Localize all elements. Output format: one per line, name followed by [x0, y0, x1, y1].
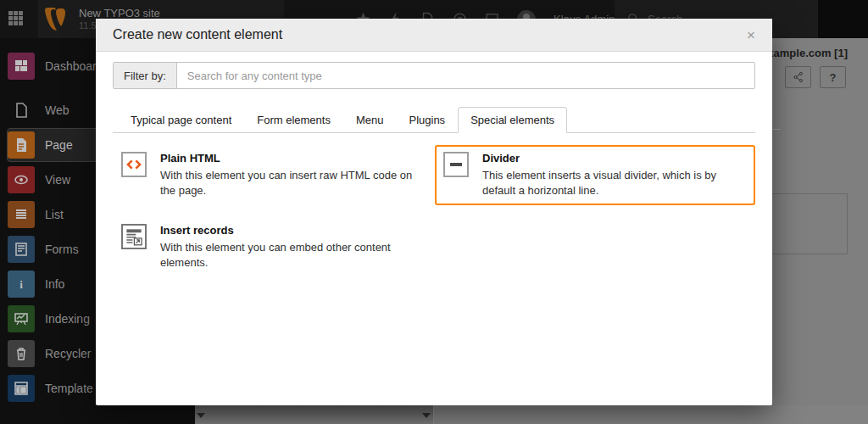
docheader-buttons: ?: [785, 66, 846, 88]
content-element-list: Plain HTML With this element you can ins…: [113, 133, 755, 277]
sidebar-item-label: Page: [45, 138, 73, 152]
web-icon: [8, 97, 35, 124]
sidebar-item-label: Info: [45, 277, 64, 291]
svg-text:i: i: [19, 278, 23, 291]
info-icon: i: [8, 271, 35, 298]
sidebar-item-label: Dashboard: [45, 59, 103, 73]
filter-by-label: Filter by:: [114, 63, 177, 88]
sidebar-item-label: Template: [45, 382, 93, 395]
content-element-title: Plain HTML: [160, 152, 425, 165]
bottom-strip: [195, 405, 868, 424]
sidebar-item-label: Indexing: [45, 312, 90, 326]
page-tree-select[interactable]: [195, 405, 434, 424]
tab-typical-page-content[interactable]: Typical page content: [118, 107, 244, 133]
tab-special-elements[interactable]: Special elements: [458, 107, 567, 133]
filter-group: Filter by:: [113, 62, 755, 89]
topbar-right-block: [818, 0, 868, 38]
modal-body: Filter by: Typical page content Form ele…: [96, 52, 772, 405]
close-icon[interactable]: ×: [747, 28, 755, 42]
tab-menu[interactable]: Menu: [343, 107, 397, 133]
content-element-description: With this element you can embed other co…: [160, 240, 425, 271]
content-element-divider[interactable]: Divider This element inserts a visual di…: [435, 145, 755, 205]
content-element-description: With this element you can insert raw HTM…: [160, 168, 425, 198]
typo3-backend-screen: New TYPO3 site 11.5. ? Klaus Admin Searc…: [0, 0, 868, 424]
modal-header: Create new content element ×: [96, 19, 772, 52]
content-element-title: Divider: [482, 152, 747, 165]
chevron-down-icon: [422, 413, 431, 418]
divider-icon: [443, 152, 469, 177]
share-button[interactable]: [785, 66, 811, 88]
code-icon: [121, 152, 147, 177]
content-element-description: This element inserts a visual divider, w…: [482, 168, 747, 198]
content-element-insert-records[interactable]: Insert records With this element you can…: [113, 217, 433, 277]
template-icon: [8, 375, 35, 402]
tab-form-elements[interactable]: Form elements: [244, 107, 343, 133]
dashboard-icon: [8, 53, 35, 80]
chevron-down-icon: [197, 413, 205, 418]
sidebar-item-label: Web: [45, 103, 70, 117]
trash-icon: [8, 340, 35, 367]
sidebar-item-label: View: [45, 173, 70, 187]
sidebar-item-label: Recycler: [45, 347, 91, 360]
indexing-icon: [8, 305, 35, 332]
docheader-title: example.com [1]: [761, 47, 848, 59]
content-element-tabs: Typical page content Form elements Menu …: [113, 107, 755, 133]
share-icon: [793, 71, 804, 83]
sidebar-item-label: List: [45, 208, 64, 221]
apps-grid-icon[interactable]: [8, 11, 25, 28]
modal-title: Create new content element: [113, 27, 282, 42]
help-label: ?: [830, 71, 837, 84]
content-element-plain-html[interactable]: Plain HTML With this element you can ins…: [113, 145, 433, 205]
tab-plugins[interactable]: Plugins: [396, 107, 458, 133]
sidebar-item-label: Forms: [45, 243, 79, 256]
insert-records-icon: [121, 224, 147, 249]
new-content-element-modal: Create new content element × Filter by: …: [96, 19, 772, 405]
page-icon: [8, 131, 35, 159]
content-element-title: Insert records: [160, 224, 425, 237]
typo3-logo: [45, 6, 70, 33]
help-button[interactable]: ?: [820, 66, 846, 88]
content-type-search-input[interactable]: [177, 63, 754, 88]
forms-icon: [8, 236, 35, 263]
eye-icon: [8, 166, 35, 193]
list-icon: [8, 201, 35, 228]
